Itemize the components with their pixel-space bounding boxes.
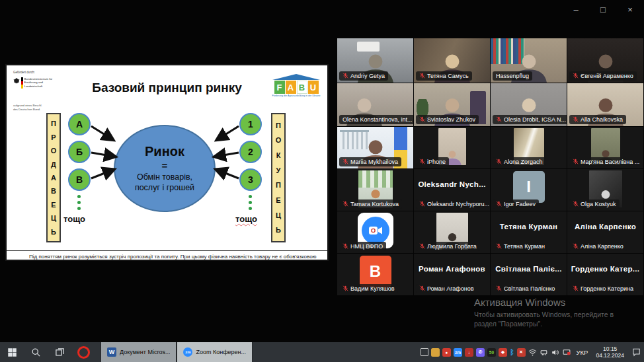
participant-name-label: Вадим Куляшов xyxy=(339,284,398,293)
participant-tile[interactable]: Andriy Getya xyxy=(337,38,413,83)
ethernet-icon[interactable] xyxy=(540,348,548,357)
participant-name-label: Oleksandr Nychyporu... xyxy=(416,199,490,209)
participant-name-text: Olena Konstantinova, int... xyxy=(342,116,413,123)
download-manager-icon[interactable]: ↓ xyxy=(465,348,473,357)
ellipsis-dots-left xyxy=(77,195,81,210)
participant-tile[interactable]: Людмила Горбата xyxy=(414,211,490,253)
participant-display-name: Горденко Катер... xyxy=(567,265,643,273)
participant-tile[interactable]: Sviatoslav Zhukov xyxy=(414,83,490,126)
close-button[interactable]: × xyxy=(623,5,637,15)
participant-tile[interactable]: НМЦ ВФПО xyxy=(337,211,413,253)
search-button[interactable] xyxy=(24,342,48,362)
muted-mic-icon xyxy=(496,159,502,164)
participant-tile[interactable]: Аліна КарпенкоАліна Карпенко xyxy=(567,211,643,253)
participant-name-label: Тетяна Самусь xyxy=(416,71,472,81)
participant-name-label: Olga Kostyuk xyxy=(569,199,620,209)
minimize-button[interactable]: – xyxy=(569,5,583,15)
battery-meter-icon[interactable]: 50 xyxy=(487,348,496,357)
diagram-node: Б xyxy=(68,141,91,163)
fabu-letter: B xyxy=(297,81,307,94)
participant-tile[interactable]: Тетяна КурманТетяна Курман xyxy=(491,211,567,253)
diagram-node: 3 xyxy=(239,168,262,191)
opera-browser-button[interactable] xyxy=(71,342,95,362)
notification-center-button[interactable] xyxy=(629,347,643,357)
muted-mic-icon xyxy=(419,159,425,164)
language-indicator[interactable]: УКР xyxy=(574,349,591,356)
opera-icon xyxy=(77,346,90,359)
participant-tile[interactable]: Мар'яна Василівна ... xyxy=(567,127,643,168)
bluetooth-icon[interactable]: ᛒ xyxy=(510,348,514,357)
ministry-logo: Bundesministerium für Ernährung und Land… xyxy=(13,77,54,89)
participant-name-label: Igor Fadeev xyxy=(493,199,539,209)
participant-name-text: Тетяна Самусь xyxy=(427,73,469,79)
participant-tile[interactable]: ВВадим Куляшов xyxy=(337,254,413,295)
participant-name-text: Oleksandr Nychyporu... xyxy=(427,201,489,207)
participant-tile[interactable]: Tamara Kortukova xyxy=(337,169,413,211)
muted-mic-icon xyxy=(496,285,502,291)
participant-name-text: Людмила Горбата xyxy=(427,243,477,250)
task-view-button[interactable] xyxy=(48,342,71,362)
participant-tile[interactable]: Mariia Mykhailova xyxy=(337,127,413,168)
volume-icon[interactable] xyxy=(551,348,559,357)
recorder-icon[interactable]: ● xyxy=(442,348,451,357)
participant-tile[interactable]: Світлана Паліє...Світлана Палієнко xyxy=(491,254,567,295)
participant-name-label: Світлана Палієнко xyxy=(493,284,558,293)
shared-screen-slide[interactable]: Gefördert durch: Bundesministerium für E… xyxy=(5,64,329,261)
participant-tile[interactable]: Hassenpflug xyxy=(491,38,567,83)
clock-time: 10:15 xyxy=(596,345,624,352)
market-equals: = xyxy=(162,160,168,171)
bar-letter: О xyxy=(276,136,282,144)
participant-tile[interactable]: Тетяна Самусь xyxy=(414,38,490,83)
muted-mic-icon xyxy=(342,201,348,207)
participant-tile[interactable]: Alla Chaikovska xyxy=(567,83,643,126)
bar-letter: П xyxy=(276,181,281,189)
participant-tile[interactable]: Oleksandr Nych...Oleksandr Nychyporu... xyxy=(414,169,490,211)
start-button[interactable] xyxy=(0,342,24,362)
participant-name-label: Тетяна Курман xyxy=(493,242,548,251)
zoom-tray-icon[interactable]: zm xyxy=(454,348,462,357)
participant-tile[interactable]: IIgor Fadeev xyxy=(491,169,567,211)
diagram-node: В xyxy=(68,168,91,191)
participant-name-label: Mariia Mykhailova xyxy=(339,157,401,166)
bar-letter: У xyxy=(276,166,281,174)
participant-tile[interactable]: Горденко Катер...Горденко Катерина xyxy=(567,254,643,295)
participant-name-text: Горденко Катерина xyxy=(581,285,633,292)
participant-name-text: Hassenpflug xyxy=(496,73,529,79)
zoom-button-label: Zoom Конферен... xyxy=(196,349,246,355)
folder-icon[interactable] xyxy=(431,348,440,357)
slide-divider xyxy=(7,250,327,251)
fabu-letter: F xyxy=(274,81,285,94)
participant-name-text: Тетяна Курман xyxy=(504,243,545,250)
participant-name-label: Роман Агафонов xyxy=(416,284,477,293)
watermark-line1: Чтобы активировать Windows, перейдите в xyxy=(474,310,614,319)
participant-tile[interactable]: Роман АгафоновРоман Агафонов xyxy=(414,254,490,295)
participant-display-name: Тетяна Курман xyxy=(491,223,567,231)
buyer-bar: ПОКУПЕЦЬ xyxy=(271,113,286,242)
participant-tile[interactable]: iPhone xyxy=(414,127,490,168)
taskbar-word-button[interactable]: W Документ Micros... xyxy=(101,342,177,362)
participant-name-text: НМЦ ВФПО xyxy=(350,243,383,250)
muted-mic-icon xyxy=(573,159,579,164)
diagram-node: А xyxy=(68,113,91,135)
taskbar-clock[interactable]: 10:15 04.12.2024 xyxy=(593,345,627,359)
show-hidden-icons-icon[interactable] xyxy=(421,348,428,356)
participant-tile[interactable]: Olga Kostyuk xyxy=(567,169,643,211)
bar-letter: О xyxy=(51,147,57,155)
participant-tile[interactable]: Olesia Drobit, ICSA N... xyxy=(491,83,567,126)
muted-mic-icon xyxy=(573,73,579,79)
security-shield-icon[interactable]: ◆ xyxy=(499,348,507,357)
bar-letter: П xyxy=(51,120,56,127)
wifi-icon[interactable] xyxy=(528,348,537,357)
task-view-icon xyxy=(55,347,65,357)
restore-button[interactable]: □ xyxy=(596,5,610,15)
display-alert-icon[interactable] xyxy=(562,348,571,357)
viber-icon[interactable]: ✆ xyxy=(476,348,485,357)
antivirus-icon[interactable]: ✕ xyxy=(517,348,526,357)
video-camera-icon xyxy=(368,224,383,237)
participant-tile[interactable]: Olena Konstantinova, int... xyxy=(337,83,413,126)
taskbar-zoom-button[interactable]: zm Zoom Конферен... xyxy=(177,342,253,362)
participant-tile[interactable]: Alona Zorgach xyxy=(491,127,567,168)
participant-display-name: Роман Агафонов xyxy=(414,265,490,273)
participant-tile[interactable]: Євгеній Авраменко xyxy=(567,38,643,83)
participant-name-label: Людмила Горбата xyxy=(416,242,480,251)
